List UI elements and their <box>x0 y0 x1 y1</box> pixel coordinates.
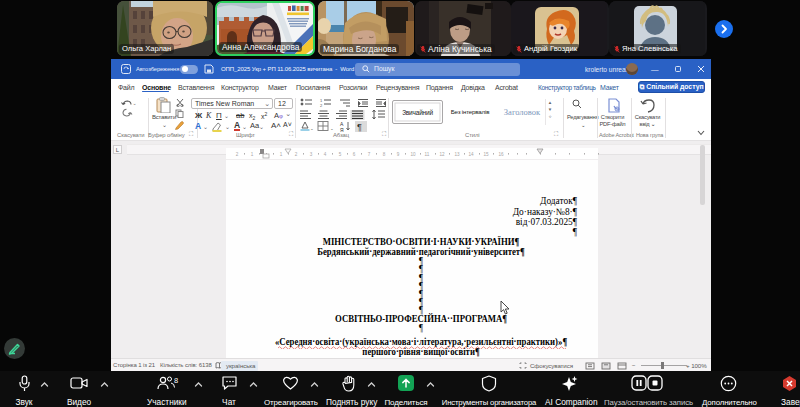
svg-text:8: 8 <box>383 152 386 157</box>
svg-text:13: 13 <box>454 152 460 157</box>
svg-text:7: 7 <box>368 152 371 157</box>
svg-text:⌄: ⌄ <box>310 126 314 131</box>
svg-text:11: 11 <box>425 152 430 157</box>
svg-text:3: 3 <box>310 152 313 157</box>
svg-text:4: 4 <box>324 152 327 157</box>
svg-text:1: 1 <box>251 152 254 157</box>
svg-text:1: 1 <box>280 152 283 157</box>
svg-text:15: 15 <box>483 152 489 157</box>
svg-text:2: 2 <box>295 152 298 157</box>
svg-text:¶: ¶ <box>357 122 362 132</box>
svg-text:5: 5 <box>339 152 342 157</box>
svg-text:10: 10 <box>410 152 416 157</box>
svg-text:2: 2 <box>320 103 323 108</box>
svg-text:⌄: ⌄ <box>133 100 137 106</box>
svg-text:⌄: ⌄ <box>330 126 334 131</box>
svg-text:12: 12 <box>439 152 445 157</box>
svg-text:14: 14 <box>468 152 474 157</box>
svg-text:6: 6 <box>353 152 356 157</box>
svg-text:16: 16 <box>498 152 504 157</box>
svg-text:2: 2 <box>236 152 239 157</box>
svg-text:9: 9 <box>397 152 400 157</box>
